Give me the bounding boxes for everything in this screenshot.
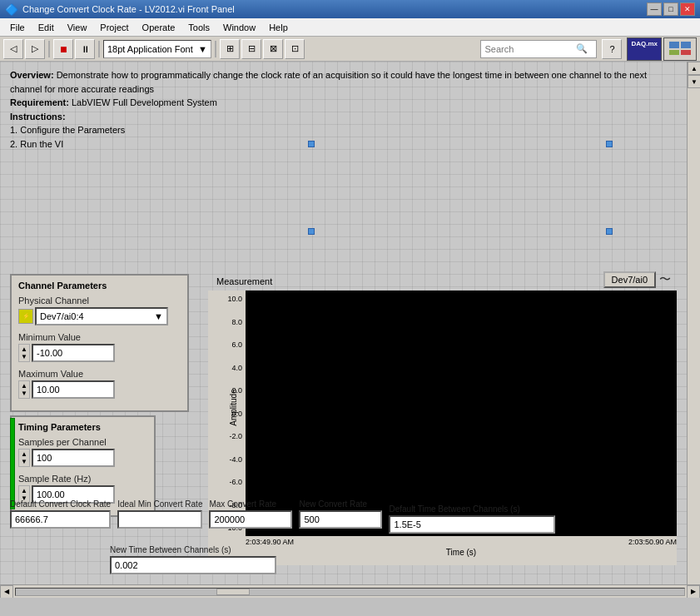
- max-value-label: Maximum Value: [18, 369, 181, 379]
- back-button[interactable]: ◁: [3, 39, 23, 59]
- bottom-indicators: Default Convert Clock Rate 66666.7 Ideal…: [10, 499, 677, 574]
- scroll-right-button[interactable]: ▶: [687, 585, 700, 599]
- y-tick-8: 8.0: [231, 318, 242, 326]
- new-convert-rate-label: New Convert Rate: [299, 499, 382, 509]
- device-button[interactable]: Dev7/ai0: [603, 271, 656, 288]
- physical-channel-input-row: ⚡ Dev7/ai0:4 ▼: [18, 307, 181, 325]
- forward-button[interactable]: ▷: [25, 39, 45, 59]
- menu-tools[interactable]: Tools: [181, 21, 216, 34]
- help-button[interactable]: ?: [602, 39, 622, 59]
- y-tick-n6: -6.0: [229, 478, 242, 486]
- physical-channel-label: Physical Channel: [18, 296, 181, 306]
- distribute-button[interactable]: ⊟: [241, 39, 261, 59]
- toolbar: ◁ ▷ ⏹ ⏸ 18pt Application Font ▼ ⊞ ⊟ ⊠ ⊡ …: [0, 37, 700, 62]
- default-time-label: Default Time Between Channels (s): [389, 504, 555, 514]
- max-spinner[interactable]: ▲▼: [18, 380, 30, 399]
- svg-rect-4: [681, 50, 691, 55]
- anchor-dot-2: [606, 141, 613, 147]
- font-selector[interactable]: 18pt Application Font ▼: [103, 40, 211, 58]
- right-scrollbar[interactable]: ▲ ▼: [687, 62, 700, 598]
- min-value-input[interactable]: -10.00: [32, 344, 115, 362]
- min-value: -10.00: [37, 348, 62, 358]
- physical-channel-row: Physical Channel ⚡ Dev7/ai0:4 ▼: [18, 296, 181, 325]
- samples-spinner[interactable]: ▲▼: [18, 449, 30, 467]
- y-tick-n2: -2.0: [229, 432, 242, 440]
- default-clock-rate-value: 66666.7: [10, 510, 111, 529]
- y-tick-6: 6.0: [231, 340, 242, 349]
- font-name: 18pt Application Font: [107, 44, 193, 54]
- scroll-up-button[interactable]: ▲: [688, 62, 700, 75]
- menu-operate[interactable]: Operate: [136, 21, 182, 34]
- step2-line: 2. Run the VI: [10, 137, 677, 152]
- overview-line: Overview: Demonstrate how to programmati…: [10, 68, 677, 96]
- reorder-button[interactable]: ⊡: [285, 39, 305, 59]
- example-logo: [663, 37, 697, 61]
- search-input[interactable]: [484, 44, 576, 54]
- measurement-title: Measurement: [216, 276, 272, 286]
- align-button[interactable]: ⊞: [220, 39, 240, 59]
- separator-2: [98, 41, 100, 57]
- separator-1: [48, 41, 50, 57]
- sample-rate-value: 100.00: [37, 489, 65, 499]
- physical-channel-value: Dev7/ai0:4: [40, 311, 84, 321]
- ideal-min-rate-group: Ideal Min Convert Rate: [117, 499, 202, 534]
- default-clock-rate-group: Default Convert Clock Rate 66666.7: [10, 499, 111, 534]
- stop-button[interactable]: ⏹: [53, 39, 73, 59]
- separator-3: [215, 41, 216, 57]
- max-value: 10.00: [37, 385, 60, 395]
- min-value-label: Minimum Value: [18, 332, 181, 342]
- max-value-row: Maximum Value ▲▼ 10.00: [18, 369, 181, 399]
- min-value-input-row: ▲▼ -10.00: [18, 344, 181, 362]
- anchor-dot-3: [606, 228, 613, 235]
- min-spinner[interactable]: ▲▼: [18, 344, 30, 362]
- minimize-button[interactable]: —: [647, 2, 662, 16]
- window-title: Change Convert Clock Rate - LV2012.vi Fr…: [22, 4, 235, 14]
- ideal-min-rate-label: Ideal Min Convert Rate: [117, 499, 202, 509]
- h-scroll-track[interactable]: [15, 588, 685, 596]
- menu-project[interactable]: Project: [93, 21, 135, 34]
- instructions-line: Instructions:: [10, 110, 677, 124]
- y-tick-10: 10.0: [227, 295, 242, 303]
- menu-file[interactable]: File: [3, 21, 32, 34]
- bottom-scrollbar[interactable]: ◀ ▶: [0, 584, 700, 598]
- search-container: 🔍: [480, 40, 597, 58]
- menu-edit[interactable]: Edit: [32, 21, 61, 34]
- menu-bar: File Edit View Project Operate Tools Win…: [0, 18, 700, 37]
- menu-view[interactable]: View: [61, 21, 94, 34]
- menu-window[interactable]: Window: [216, 21, 262, 34]
- samples-input-row: ▲▼ 100: [18, 449, 147, 467]
- main-panel: Overview: Demonstrate how to programmati…: [0, 62, 700, 598]
- max-value-input-row: ▲▼ 10.00: [18, 380, 181, 399]
- waveform-icon: 〜: [659, 272, 671, 287]
- close-button[interactable]: ✕: [680, 2, 695, 16]
- scroll-down-button[interactable]: ▼: [688, 75, 700, 88]
- physical-channel-select[interactable]: Dev7/ai0:4 ▼: [35, 307, 168, 325]
- app-icon: 🔷: [5, 3, 18, 16]
- samples-value: 100: [37, 453, 52, 463]
- overview-label: Overview:: [10, 70, 54, 80]
- sample-rate-label: Sample Rate (Hz): [18, 474, 147, 484]
- maximize-button[interactable]: □: [663, 2, 678, 16]
- device-label: Dev7/ai0: [612, 275, 648, 285]
- svg-rect-3: [669, 50, 679, 55]
- resize-button[interactable]: ⊠: [263, 39, 283, 59]
- h-scroll-thumb[interactable]: [216, 589, 250, 595]
- green-indicator-bar: [10, 418, 15, 509]
- title-bar-controls: — □ ✕: [647, 2, 695, 16]
- max-value-input[interactable]: 10.00: [32, 380, 115, 399]
- ni-logo: DAQ.mx: [627, 37, 662, 61]
- requirement-line: Requirement: LabVIEW Full Development Sy…: [10, 96, 677, 110]
- description-box: Overview: Demonstrate how to programmati…: [10, 68, 677, 151]
- y-tick-4: 4.0: [231, 364, 242, 372]
- pause-button[interactable]: ⏸: [75, 39, 95, 59]
- scroll-left-button[interactable]: ◀: [0, 585, 13, 599]
- anchor-dot-1: [308, 141, 315, 147]
- new-time-group: New Time Between Channels (s) 0.002: [110, 545, 276, 574]
- ideal-min-rate-value: [117, 510, 202, 529]
- samples-row: Samples per Channel ▲▼ 100: [18, 437, 147, 467]
- new-convert-rate-value: 500: [299, 510, 382, 529]
- menu-help[interactable]: Help: [262, 21, 295, 34]
- default-time-group: Default Time Between Channels (s) 1.5E-5: [389, 504, 555, 534]
- samples-input[interactable]: 100: [32, 449, 115, 467]
- min-value-row: Minimum Value ▲▼ -10.00: [18, 332, 181, 362]
